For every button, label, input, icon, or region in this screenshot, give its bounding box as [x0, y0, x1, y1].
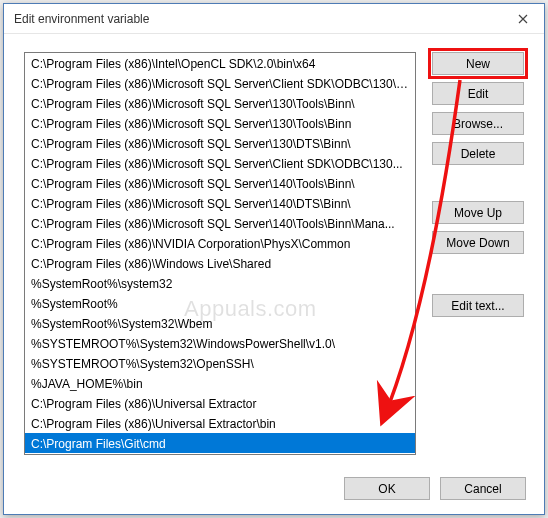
titlebar: Edit environment variable [4, 4, 544, 34]
list-item[interactable]: C:\Program Files (x86)\Windows Live\Shar… [25, 253, 415, 273]
list-item[interactable]: C:\Program Files (x86)\Microsoft SQL Ser… [25, 113, 415, 133]
edit-text-button[interactable]: Edit text... [432, 294, 524, 317]
list-item[interactable]: C:\Program Files (x86)\Microsoft SQL Ser… [25, 153, 415, 173]
list-item[interactable]: %SystemRoot%\system32 [25, 273, 415, 293]
close-icon [518, 14, 528, 24]
edit-button[interactable]: Edit [432, 82, 524, 105]
cancel-button[interactable]: Cancel [440, 477, 526, 500]
new-button[interactable]: New [432, 52, 524, 75]
list-item[interactable]: C:\Program Files (x86)\Universal Extract… [25, 413, 415, 433]
list-item[interactable]: C:\Program Files (x86)\Universal Extract… [25, 393, 415, 413]
list-item[interactable]: %SYSTEMROOT%\System32\OpenSSH\ [25, 353, 415, 373]
list-item[interactable]: C:\Program Files (x86)\Intel\OpenCL SDK\… [25, 53, 415, 73]
list-item[interactable]: %SystemRoot%\System32\Wbem [25, 313, 415, 333]
sidebar-buttons: New Edit Browse... Delete Move Up Move D… [432, 52, 524, 455]
list-item[interactable]: C:\Program Files (x86)\Microsoft SQL Ser… [25, 73, 415, 93]
list-item[interactable]: C:\Program Files (x86)\Microsoft SQL Ser… [25, 193, 415, 213]
window-title: Edit environment variable [14, 12, 502, 26]
path-listbox[interactable]: C:\Program Files (x86)\Intel\OpenCL SDK\… [24, 52, 416, 455]
delete-button[interactable]: Delete [432, 142, 524, 165]
list-item[interactable]: C:\Program Files (x86)\Microsoft SQL Ser… [25, 213, 415, 233]
list-item[interactable]: C:\Program Files\Git\cmd [25, 433, 415, 453]
ok-button[interactable]: OK [344, 477, 430, 500]
move-up-button[interactable]: Move Up [432, 201, 524, 224]
dialog-window: Edit environment variable C:\Program Fil… [3, 3, 545, 515]
close-button[interactable] [502, 4, 544, 34]
list-item[interactable]: C:\Program Files (x86)\NVIDIA Corporatio… [25, 233, 415, 253]
list-item[interactable]: C:\Program Files (x86)\Microsoft SQL Ser… [25, 93, 415, 113]
content-area: C:\Program Files (x86)\Intel\OpenCL SDK\… [4, 34, 544, 467]
list-item[interactable]: %JAVA_HOME%\bin [25, 373, 415, 393]
browse-button[interactable]: Browse... [432, 112, 524, 135]
list-item[interactable]: C:\Program Files (x86)\Microsoft SQL Ser… [25, 133, 415, 153]
move-down-button[interactable]: Move Down [432, 231, 524, 254]
list-item[interactable]: C:\Program Files (x86)\Microsoft SQL Ser… [25, 173, 415, 193]
list-item[interactable]: %SystemRoot% [25, 293, 415, 313]
list-item[interactable]: %SYSTEMROOT%\System32\WindowsPowerShell\… [25, 333, 415, 353]
footer: OK Cancel [4, 467, 544, 514]
